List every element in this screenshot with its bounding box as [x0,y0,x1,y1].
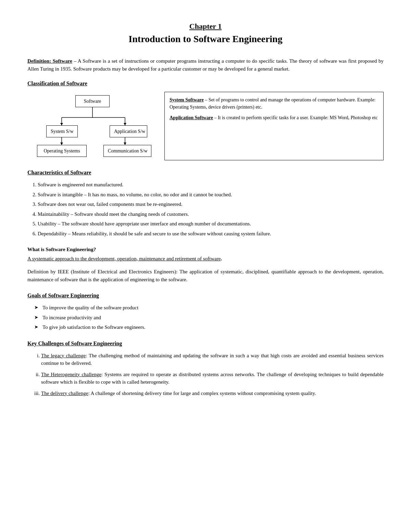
goals-heading: Goals of Software Engineering [27,292,384,300]
goals-list: ➤ To improve the quality of the software… [27,304,384,331]
list-item: Software is engineered not manufactured. [38,181,384,189]
communication-sw-box: Communication S/w [103,145,151,157]
classification-info-box: System Software – Set of programs to con… [164,92,384,160]
application-software-text: – It is created to perform specific task… [213,115,378,120]
characteristics-list: Software is engineered not manufactured.… [27,181,384,237]
goal-text: To give job satisfaction to the Software… [42,323,146,331]
list-item: Software does not wear out, failed compo… [38,200,384,208]
challenge-text: : A challenge of shortening delivery tim… [88,391,316,396]
what-is-se-definition: A systematic approach to the development… [27,255,384,263]
classification-heading: Classification of Software [27,79,384,88]
svg-marker-5 [124,123,126,125]
arrow-icon: ➤ [34,304,38,312]
classification-diagram: Software System S/w Application S/w Oper… [27,92,158,160]
list-item: The legacy challenge: The challenging me… [41,352,384,367]
chapter-title: Chapter 1 [27,21,384,32]
challenge-label: The delivery challenge [41,391,88,396]
goal-text: To increase productivity and [42,314,101,322]
svg-marker-7 [60,143,63,145]
challenge-label: The Heterogeneity challenge [41,372,101,377]
svg-marker-3 [60,123,63,125]
list-item: The Heterogeneity challenge: Systems are… [41,371,384,386]
list-item: ➤ To improve the quality of the software… [34,304,384,312]
list-item: Usability – The software should have app… [38,220,384,228]
application-software-label: Application Software [170,115,213,120]
what-is-se-period: . [221,256,222,261]
challenges-heading: Key Challenges of Software Engineering [27,339,384,348]
characteristics-heading: Characteristics of Software [27,169,384,177]
what-is-se-section: What is Software Engineering? A systemat… [27,246,384,283]
application-software-info: Application Software – It is created to … [170,114,378,121]
list-item: ➤ To increase productivity and [34,314,384,322]
goals-section: Goals of Software Engineering ➤ To impro… [27,292,384,331]
goal-text: To improve the quality of the software p… [42,304,138,312]
software-box: Software [75,95,110,107]
what-is-se-ieee: Definition by IEEE (Institute of Electri… [27,268,384,283]
classification-area: Software System S/w Application S/w Oper… [27,92,384,160]
what-is-se-underline: A systematic approach to the development… [27,256,221,261]
system-sw-box: System S/w [46,125,78,137]
svg-marker-9 [124,143,126,145]
application-sw-box: Application S/w [110,125,147,137]
list-item: Maintainability – Software should meet t… [38,210,384,218]
main-title: Introduction to Software Engineering [27,32,384,46]
operating-systems-box: Operating Systems [37,145,87,157]
system-software-info: System Software – Set of programs to con… [170,96,378,111]
what-is-se-heading: What is Software Engineering? [27,246,384,253]
arrow-icon: ➤ [34,323,38,331]
challenge-text: : The challenging method of maintaining … [41,353,384,366]
definition-section: Definition: Software – A Software is a s… [27,57,384,73]
definition-label: Definition: Software [27,58,72,64]
definition-text: – A Software is a set of instructions or… [27,58,384,72]
characteristics-section: Characteristics of Software Software is … [27,169,384,237]
challenges-section: Key Challenges of Software Engineering T… [27,339,384,397]
arrow-icon: ➤ [34,314,38,322]
list-item: Dependability – Means reliability, it sh… [38,230,384,238]
challenges-list: The legacy challenge: The challenging me… [27,352,384,397]
list-item: ➤ To give job satisfaction to the Softwa… [34,323,384,331]
classification-section: Classification of Software [27,79,384,160]
page-header: Chapter 1 Introduction to Software Engin… [27,21,384,46]
list-item: Software is intangible – It has no mass,… [38,191,384,199]
system-software-label: System Software [170,97,204,102]
list-item: The delivery challenge: A challenge of s… [41,389,384,397]
challenge-label: The legacy challenge [41,353,86,358]
